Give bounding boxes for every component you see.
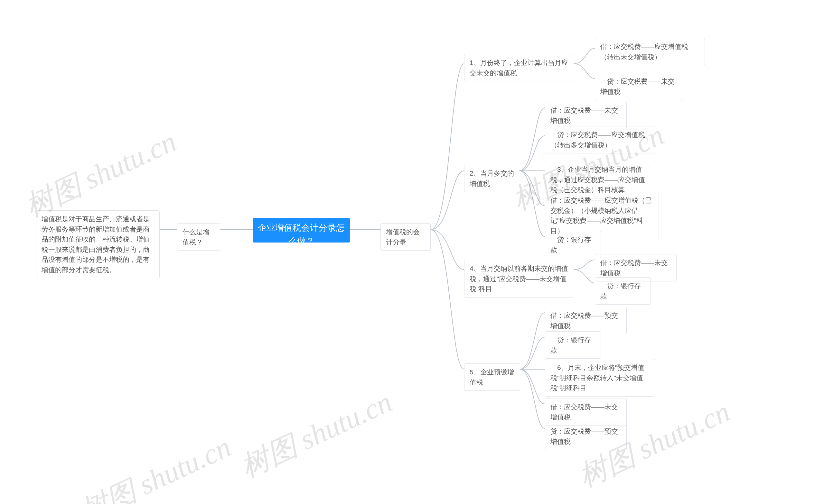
node-n2b[interactable]: 贷：应交税费——应交增值税（转出多交增值税） [545, 126, 655, 153]
node-n5e[interactable]: 贷：应交税费——预交增值税 [545, 423, 627, 450]
node-n2[interactable]: 2、当月多交的增值税 [464, 165, 520, 192]
watermark: 树图 shutu.cn [234, 382, 398, 487]
node-left-answer[interactable]: 增值税是对于商品生产、流通或者是劳务服务等环节的新增加值或者是商品的附加值征收的… [36, 210, 160, 278]
node-entries-head[interactable]: 增值税的会计分录 [381, 223, 431, 251]
node-n4[interactable]: 4、当月交纳以前各期未交的增值税，通过"应交税费——未交增值税"科目 [464, 260, 574, 297]
node-n4b[interactable]: 贷：银行存款 [595, 277, 651, 304]
watermark: 树图 shutu.cn [73, 427, 237, 504]
node-n1a[interactable]: 借：应交税费——应交增值税（转出未交增值税） [595, 38, 705, 65]
root-node[interactable]: 企业增值税会计分录怎么做？ [253, 218, 350, 243]
node-left-question[interactable]: 什么是增值税？ [177, 223, 220, 251]
node-n5b[interactable]: 贷：银行存款 [545, 331, 601, 359]
node-n1[interactable]: 1、月份终了，企业计算出当月应交未交的增值税 [464, 54, 574, 81]
node-n2a[interactable]: 借：应交税费——未交增值税 [545, 102, 627, 129]
node-n5a[interactable]: 借：应交税费——预交增值税 [545, 307, 627, 334]
node-n2e[interactable]: 贷：银行存款 [545, 231, 601, 258]
node-n1b[interactable]: 贷：应交税费——未交增值税 [595, 73, 683, 100]
node-n5d[interactable]: 借：应交税费——未交增值税 [545, 398, 627, 425]
node-n5[interactable]: 5、企业预缴增值税 [464, 363, 520, 391]
node-n5c[interactable]: 6、月末，企业应将"预交增值税"明细科目余额转入"未交增值税"明细科目 [545, 359, 655, 397]
